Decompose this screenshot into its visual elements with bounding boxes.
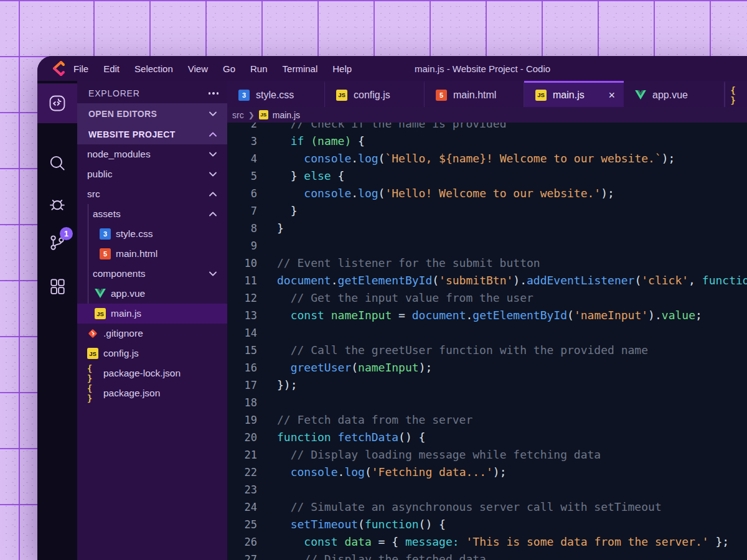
- menu-item-view[interactable]: View: [188, 63, 208, 74]
- code-line-content[interactable]: // Call the greetUser function with the …: [277, 342, 648, 359]
- line-number: 7: [227, 202, 257, 220]
- breadcrumb-file[interactable]: main.js: [273, 110, 300, 120]
- tree-file-config.js[interactable]: JSconfig.js: [77, 343, 227, 363]
- tree-folder-public[interactable]: public: [77, 164, 227, 184]
- js-file-icon: JS: [535, 90, 547, 101]
- close-icon[interactable]: ×: [608, 90, 615, 101]
- tree-item-label: package-lock.json: [103, 368, 181, 379]
- line-number: 27: [227, 551, 257, 560]
- line-number: 21: [227, 446, 257, 464]
- chevron-right-icon: ❯: [248, 111, 255, 119]
- tree-item-label: assets: [93, 208, 121, 220]
- code-line-content[interactable]: // Check if the name is provided: [277, 123, 506, 133]
- tree-file-package-lock.json[interactable]: { }package-lock.json: [77, 363, 227, 383]
- code-line: 25 setTimeout(function() {: [227, 516, 747, 533]
- chevron-down-icon: [207, 269, 218, 278]
- tree-folder-node_modules[interactable]: node_modules: [77, 144, 227, 164]
- tree-file-main.html[interactable]: 5main.html: [77, 244, 227, 264]
- activity-item-extensions[interactable]: [46, 275, 68, 297]
- line-number: 2: [227, 123, 257, 133]
- section-header-website-project[interactable]: WEBSITE PROJECT: [77, 124, 227, 144]
- code-line-content[interactable]: greetUser(nameInput);: [277, 359, 432, 376]
- tab-app.vue[interactable]: app.vue: [624, 81, 725, 107]
- code-line-content[interactable]: }: [277, 220, 284, 237]
- code-line: 11document.getElementById('submitBtn').a…: [227, 272, 747, 289]
- line-number: 6: [227, 185, 257, 202]
- tree-file-main.js[interactable]: JSmain.js: [77, 304, 227, 324]
- tab-main.html[interactable]: 5main.html: [425, 81, 524, 107]
- line-number: 23: [227, 481, 257, 498]
- tab-style.css[interactable]: 3style.css: [227, 81, 325, 107]
- tree-item-label: .gitignore: [103, 328, 143, 339]
- line-number: 15: [227, 342, 257, 359]
- tab-main.js[interactable]: JSmain.js×: [524, 81, 624, 107]
- code-line-content[interactable]: console.log('Hello! Welcome to our websi…: [277, 185, 614, 202]
- code-line: 19// Fetch data from the server: [227, 411, 747, 429]
- code-line: 16 greetUser(nameInput);: [227, 359, 747, 376]
- tree-file-gitignore[interactable]: .gitignore: [77, 324, 227, 343]
- code-line-content[interactable]: // Display the fetched data: [277, 551, 486, 560]
- js-file-icon: JS: [259, 110, 268, 119]
- css-file-icon: 3: [238, 90, 250, 101]
- code-editor[interactable]: 2 // Check if the name is provided3 if (…: [227, 123, 747, 560]
- tree-file-package.json[interactable]: { }package.json: [77, 383, 227, 403]
- menu-item-file[interactable]: File: [73, 63, 88, 74]
- tree-file-style.css[interactable]: 3style.css: [77, 224, 227, 244]
- menu-item-run[interactable]: Run: [250, 63, 268, 74]
- vue-file-icon: [635, 90, 646, 101]
- activity-item-explorer[interactable]: [37, 83, 77, 123]
- code-line-content[interactable]: console.log('Fetching data...');: [277, 464, 507, 481]
- code-line-content[interactable]: function fetchData() {: [277, 429, 425, 446]
- code-file-icon: [47, 93, 67, 113]
- menu-item-edit[interactable]: Edit: [103, 63, 120, 74]
- code-line-content[interactable]: if (name) {: [277, 133, 365, 150]
- js-file-icon: JS: [95, 308, 106, 319]
- tree-folder-assets[interactable]: assets: [77, 204, 227, 224]
- window-title: main.js - Website Project - Codio: [415, 63, 550, 74]
- code-line-content[interactable]: const nameInput = document.getElementByI…: [277, 307, 702, 324]
- tab-config.js[interactable]: JSconfig.js: [325, 81, 425, 107]
- code-line-content[interactable]: // Event listener for the submit button: [277, 254, 540, 272]
- code-line: 14: [227, 324, 747, 342]
- code-line-content[interactable]: const data = { message: 'This is some da…: [277, 533, 729, 551]
- code-line-content[interactable]: setTimeout(function() {: [277, 516, 446, 533]
- section-header-open-editors[interactable]: OPEN EDITORS: [77, 103, 227, 124]
- activity-bar: 1: [37, 81, 77, 560]
- ellipsis-icon[interactable]: [209, 92, 219, 95]
- code-line: 23: [227, 481, 747, 498]
- tree-file-app.vue[interactable]: app.vue: [77, 284, 227, 304]
- tab-overflow[interactable]: { }: [725, 81, 747, 107]
- line-number: 19: [227, 411, 257, 429]
- menu-item-selection[interactable]: Selection: [134, 63, 173, 74]
- tree-item-label: package.json: [103, 388, 160, 399]
- code-line-content[interactable]: // Fetch data from the server: [277, 411, 472, 429]
- code-line-content[interactable]: });: [277, 376, 298, 394]
- activity-item-source-control[interactable]: 1: [46, 231, 68, 254]
- tree-item-label: main.html: [116, 248, 157, 259]
- menu-item-help[interactable]: Help: [332, 63, 352, 74]
- code-line: 9: [227, 237, 747, 254]
- menu-item-terminal[interactable]: Terminal: [283, 63, 318, 74]
- editor-group: 3style.cssJSconfig.js5main.htmlJSmain.js…: [227, 81, 747, 560]
- code-line: 7 }: [227, 202, 747, 220]
- tree-folder-src[interactable]: src: [77, 184, 227, 204]
- activity-item-debug[interactable]: [46, 193, 68, 215]
- code-line-content[interactable]: }: [277, 202, 298, 220]
- tree-item-label: components: [93, 268, 145, 279]
- tree-folder-components[interactable]: components: [77, 264, 227, 284]
- code-line-content[interactable]: // Simulate an asynchronous server call …: [277, 498, 662, 516]
- json-file-icon: { }: [731, 90, 742, 101]
- code-line: 8}: [227, 220, 747, 237]
- tab-label: config.js: [354, 90, 390, 101]
- code-line-content[interactable]: // Display loading message while fetchin…: [277, 446, 601, 464]
- activity-item-search[interactable]: [46, 152, 68, 174]
- menu-item-go[interactable]: Go: [223, 63, 235, 74]
- code-line-content[interactable]: console.log(`Hello, ${name}! Welcome to …: [277, 150, 675, 167]
- line-number: 22: [227, 464, 257, 481]
- breadcrumb-folder[interactable]: src: [232, 110, 244, 120]
- code-line-content[interactable]: // Get the input value from the user: [277, 289, 533, 307]
- code-line-content[interactable]: document.getElementById('submitBtn').add…: [277, 272, 747, 289]
- code-line-content[interactable]: } else {: [277, 167, 344, 185]
- line-number: 8: [227, 220, 257, 237]
- line-number: 9: [227, 237, 257, 254]
